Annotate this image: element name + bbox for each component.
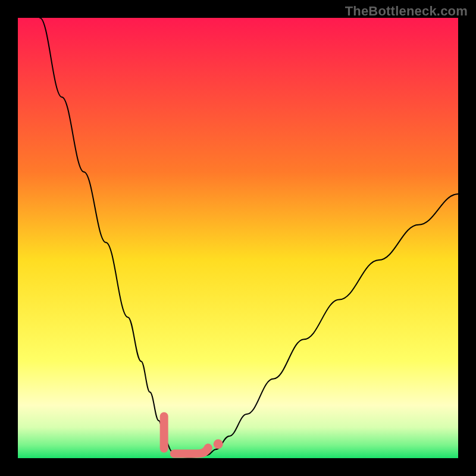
chart-frame: TheBottleneck.com bbox=[0, 0, 476, 476]
chart-svg bbox=[18, 18, 458, 458]
marker-right-dot bbox=[214, 439, 223, 449]
watermark-text: TheBottleneck.com bbox=[345, 4, 468, 19]
gradient-background bbox=[18, 18, 458, 458]
plot-area bbox=[18, 18, 458, 458]
